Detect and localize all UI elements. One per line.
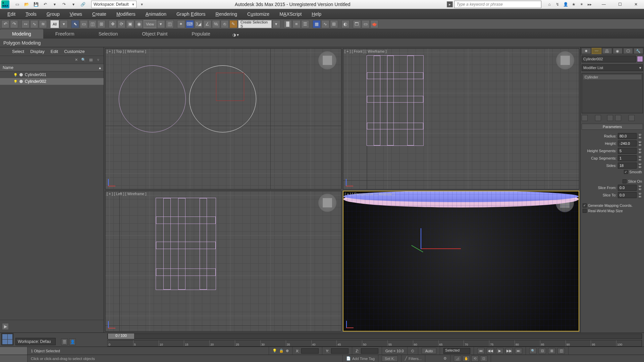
rollout-parameters[interactable]: Parameters xyxy=(582,124,643,130)
lock-icon[interactable]: 🔒 xyxy=(279,349,284,353)
remove-modifier-icon[interactable] xyxy=(615,115,621,121)
render-setup-icon[interactable]: 🗔 xyxy=(353,20,361,28)
menu-animation[interactable]: Animation xyxy=(146,11,166,17)
autokey-button[interactable]: Auto xyxy=(422,348,437,354)
menu-modifiers[interactable]: Modifiers xyxy=(116,11,136,17)
scene-list-header[interactable]: Name ▴ xyxy=(0,64,104,71)
y-field[interactable] xyxy=(331,348,348,354)
zoom-ext-icon[interactable]: ⊞ xyxy=(548,348,555,354)
cseg-spinner[interactable]: ▴▾ xyxy=(638,155,642,161)
scene-list[interactable]: 💡 Cylinder001 💡 Cylinder002 xyxy=(0,71,104,320)
pan-icon[interactable]: ✋ xyxy=(463,356,470,362)
genmap-checkbox[interactable]: ✓ xyxy=(583,203,587,207)
tab-create-icon[interactable]: ✸ xyxy=(581,48,591,54)
minimize-button[interactable]: — xyxy=(596,0,612,9)
select-name-icon[interactable]: ▭ xyxy=(80,20,88,28)
favorite-icon[interactable]: ★ xyxy=(570,1,577,8)
tab-motion-icon[interactable]: ◉ xyxy=(613,48,623,54)
mirror-icon[interactable]: ▐▌ xyxy=(284,20,292,28)
hseg-spinner[interactable]: ▴▾ xyxy=(638,148,642,154)
minilistener-pink[interactable] xyxy=(0,347,28,355)
link-tb-icon[interactable]: ∾ xyxy=(21,20,30,28)
se-view-icon[interactable]: ▤ xyxy=(88,57,94,63)
scene-menu-edit[interactable]: Edit xyxy=(51,49,58,54)
redo-tb-icon[interactable]: ↷ xyxy=(10,20,18,28)
viewport-perspective[interactable]: [ + ] [ Perspective ] [ Realistic ] xyxy=(343,191,579,332)
app-logo-icon[interactable]: 3MAX xyxy=(1,0,9,8)
sort-icon[interactable]: ▴ xyxy=(99,65,101,70)
next-frame-icon[interactable]: ▶▶ xyxy=(505,348,513,354)
snap-percent-icon[interactable]: % xyxy=(212,20,220,28)
sides-field[interactable]: 18 xyxy=(618,163,637,169)
freeze-icon[interactable] xyxy=(19,80,23,83)
addtag-icon[interactable]: 📄 xyxy=(346,356,351,361)
sides-spinner[interactable]: ▴▾ xyxy=(638,163,642,169)
scale-icon[interactable]: ▣ xyxy=(126,20,134,28)
window-crossing-icon[interactable]: ⊞ xyxy=(97,20,105,28)
se-find-icon[interactable]: 🔍 xyxy=(81,57,86,63)
new-icon[interactable]: ▭ xyxy=(13,1,21,8)
menu-customize[interactable]: Customize xyxy=(247,11,269,17)
orbit-icon[interactable]: ⟲ xyxy=(471,356,479,362)
scene-menu-select[interactable]: Select xyxy=(12,49,24,54)
modifier-list-dropdown[interactable]: Modifier List xyxy=(582,64,643,71)
ws-lock-icon[interactable]: 👤 xyxy=(69,339,76,345)
render-frame-icon[interactable]: ▭ xyxy=(362,20,370,28)
curve-editor-icon[interactable]: ∿ xyxy=(321,20,329,28)
scene-menu-display[interactable]: Display xyxy=(30,49,45,54)
undo-icon[interactable]: ↶ xyxy=(41,1,50,8)
ref-coord-system[interactable]: View xyxy=(144,20,156,28)
tab-utilities-icon[interactable]: 🔧 xyxy=(634,48,643,54)
render-prod-icon[interactable]: 🫖 xyxy=(370,20,378,28)
schematic-icon[interactable]: ⊞ xyxy=(330,20,338,28)
sliceto-spinner[interactable]: ▴▾ xyxy=(638,192,642,198)
exchange-icon[interactable]: ↯ xyxy=(554,1,561,8)
cap-segments-field[interactable]: 1 xyxy=(618,155,637,161)
ribbon-expand-icon[interactable]: ◑ ▾ xyxy=(229,31,242,39)
select-region-icon[interactable]: ◫ xyxy=(89,20,97,28)
maximize-button[interactable]: ☐ xyxy=(612,0,628,9)
align-icon[interactable]: ≡ xyxy=(292,20,301,28)
workspace-selector[interactable]: Workspace: Default ▾ xyxy=(91,1,137,8)
tab-modify-icon[interactable]: 〰 xyxy=(592,48,601,54)
z-field[interactable] xyxy=(361,348,378,354)
prev-frame-icon[interactable]: ◀◀ xyxy=(487,348,494,354)
scene-menu-customize[interactable]: Customize xyxy=(64,49,85,54)
tab-populate[interactable]: Populate xyxy=(179,29,222,39)
viewport-label[interactable]: [ + ] [ Perspective ] [ Realistic ] xyxy=(345,192,394,196)
object-color-swatch[interactable] xyxy=(637,56,643,62)
viewport-label[interactable]: [ + ] [ Front ] [ Wireframe ] xyxy=(344,49,387,53)
slicefrom-field[interactable]: 0.0 xyxy=(618,185,637,191)
bind-tb-icon[interactable]: ≋ xyxy=(39,20,47,28)
layers-icon[interactable]: ☰ xyxy=(301,20,309,28)
make-unique-icon[interactable] xyxy=(607,115,613,121)
viewcube-icon[interactable] xyxy=(556,51,574,69)
toggle-ribbon-icon[interactable]: ▦ xyxy=(313,20,321,28)
tab-objectpaint[interactable]: Object Paint xyxy=(130,29,179,39)
time-config-icon[interactable]: ⏲ xyxy=(411,349,415,353)
smooth-checkbox[interactable]: ✓ xyxy=(624,170,628,174)
manipulate-icon[interactable]: ✦ xyxy=(177,20,185,28)
visibility-icon[interactable]: 💡 xyxy=(13,73,17,77)
snap-2d-icon[interactable]: 3◢ xyxy=(195,20,203,28)
viewport-label[interactable]: [ + ] [ Left ] [ Wireframe ] xyxy=(107,192,146,196)
setkey-button[interactable]: Set K. xyxy=(382,356,398,362)
time-slider-thumb[interactable]: 0 / 100 xyxy=(108,333,135,339)
redo-drop-icon[interactable]: ▾ xyxy=(69,1,78,8)
visibility-icon[interactable]: 💡 xyxy=(13,80,17,83)
workspace-footer-combo[interactable]: Workspace: Defau xyxy=(15,338,56,345)
height-field[interactable]: -240.0 xyxy=(618,140,637,146)
select-object-icon[interactable]: ⬉ xyxy=(71,20,79,28)
menu-group[interactable]: Group xyxy=(47,11,60,17)
rotate-icon[interactable]: ⟳ xyxy=(117,20,125,28)
time-slider[interactable]: 0 / 100 xyxy=(107,334,642,339)
unlink-tb-icon[interactable]: ∿ xyxy=(30,20,38,28)
signin-icon[interactable]: 👤 xyxy=(562,1,569,8)
height-spinner[interactable]: ▴▾ xyxy=(638,140,642,146)
radius-spinner[interactable]: ▴▾ xyxy=(638,133,642,139)
tab-display-icon[interactable]: 🖵 xyxy=(623,48,633,54)
zoom-icon[interactable]: 🔍 xyxy=(529,348,537,354)
tab-modeling[interactable]: Modeling xyxy=(0,29,43,39)
open-icon[interactable]: 📂 xyxy=(22,1,31,8)
title-caret-icon[interactable]: ▸ xyxy=(447,1,453,7)
